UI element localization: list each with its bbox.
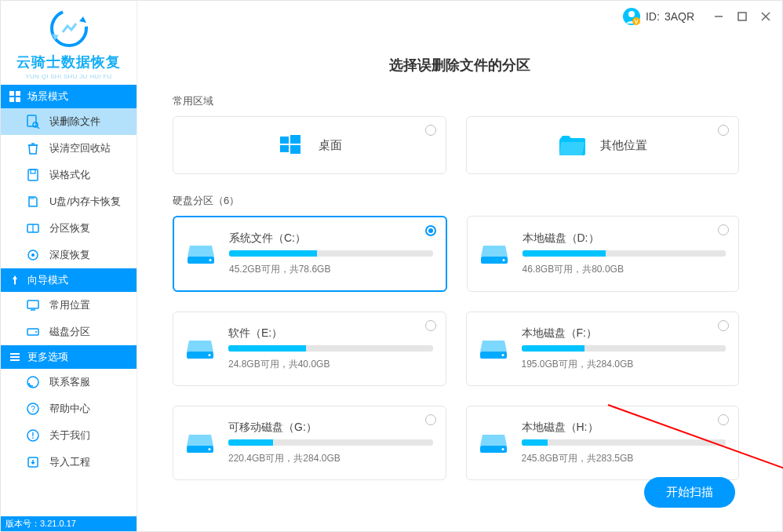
svg-rect-21 [27, 301, 38, 308]
disk-row: 可移动磁盘（G:） 220.4GB可用，共284.0GB 本地磁盘（H:） 24… [173, 406, 739, 480]
svg-point-53 [501, 354, 504, 356]
radio-indicator [425, 414, 436, 425]
sidebar-item-label: 关于我们 [49, 428, 90, 443]
disk-subtitle: 220.4GB可用，共284.0GB [228, 452, 433, 465]
pin-icon [9, 274, 21, 286]
card-other-location[interactable]: 其他位置 [466, 116, 740, 174]
radio-indicator [425, 225, 436, 236]
disk-row: 软件（E:） 24.8GB可用，共40.0GB 本地磁盘（F:） 195.0GB… [173, 312, 739, 386]
radio-indicator [425, 125, 436, 136]
svg-rect-42 [280, 137, 289, 144]
sidebar-item-contact-support[interactable]: 联系客服 [1, 369, 137, 395]
disk-title: 可移动磁盘（G:） [228, 421, 433, 435]
disk-title: 系统文件（C:） [229, 231, 433, 246]
svg-rect-43 [290, 135, 300, 144]
window-controls [710, 8, 774, 25]
disk-card[interactable]: 本地磁盘（F:） 195.0GB可用，共284.0GB [466, 312, 740, 386]
svg-point-47 [209, 259, 212, 261]
svg-point-24 [35, 331, 37, 333]
sidebar-item-label: 分区恢复 [49, 221, 90, 235]
sidebar-item-help-center[interactable]: ? 帮助中心 [1, 395, 137, 422]
drive-icon [479, 335, 508, 363]
disk-usage-bar [228, 345, 433, 352]
radio-indicator [718, 125, 729, 136]
sidebar-header-scene[interactable]: 场景模式 [1, 85, 137, 108]
sidebar-item-label: 磁盘分区 [49, 325, 90, 339]
svg-text:V: V [635, 19, 639, 24]
app-window: 云骑士数据恢复 YUN QI SHI SHU JU HUI FU 场景模式 误删… [0, 0, 783, 532]
sidebar-item-deleted-files[interactable]: 误删除文件 [1, 108, 137, 135]
svg-rect-4 [16, 91, 20, 96]
svg-rect-3 [9, 91, 14, 96]
svg-point-20 [31, 253, 35, 257]
sidebar-item-import-project[interactable]: 导入工程 [1, 449, 137, 476]
svg-rect-6 [16, 97, 20, 102]
disk-card[interactable]: 可移动磁盘（G:） 220.4GB可用，共284.0GB [173, 406, 446, 480]
sidebar-header-more-label: 更多选项 [27, 350, 68, 364]
version-bar: 版本号：3.21.0.17 [1, 516, 137, 531]
sidebar-header-more[interactable]: 更多选项 [1, 345, 137, 369]
card-desktop-label: 桌面 [319, 138, 342, 153]
disk-title: 本地磁盘（F:） [522, 326, 727, 341]
disk-section-label: 硬盘分区（6） [173, 194, 739, 208]
disk-usage-bar [523, 250, 727, 257]
disk-card[interactable]: 本地磁盘（H:） 245.8GB可用，共283.5GB [466, 406, 740, 480]
minimize-button[interactable] [710, 8, 727, 25]
minimize-icon [713, 11, 724, 22]
version-value: 3.21.0.17 [40, 519, 76, 528]
card-desktop[interactable]: 桌面 [173, 116, 446, 174]
sidebar-item-label: 导入工程 [49, 455, 90, 469]
maximize-icon [737, 11, 748, 22]
monitor-icon [26, 298, 40, 312]
sidebar-header-wizard-label: 向导模式 [27, 273, 68, 287]
maximize-button[interactable] [734, 8, 751, 25]
main-panel: V ID: 3AQR 选择误删除文件的分区 常用区域 [137, 1, 782, 531]
svg-rect-5 [9, 97, 14, 102]
disk-card[interactable]: 系统文件（C:） 45.2GB可用，共78.6GB [173, 216, 447, 292]
sidebar-item-label: 常用位置 [49, 298, 90, 312]
disk-card[interactable]: 本地磁盘（D:） 46.8GB可用，共80.0GB [467, 216, 740, 292]
sidebar-item-about[interactable]: ! 关于我们 [1, 422, 137, 449]
disk-card-body: 可移动磁盘（G:） 220.4GB可用，共284.0GB [228, 421, 433, 465]
import-icon [26, 455, 40, 469]
user-id-badge[interactable]: V ID: 3AQR [622, 7, 694, 26]
sidebar-item-format[interactable]: 误格式化 [1, 162, 137, 188]
sidebar-item-partition-recover[interactable]: 分区恢复 [1, 215, 137, 242]
disk-card[interactable]: 软件（E:） 24.8GB可用，共40.0GB [173, 312, 446, 386]
svg-text:?: ? [31, 405, 35, 414]
svg-point-55 [209, 448, 211, 450]
svg-point-57 [501, 448, 504, 450]
disk-card-body: 本地磁盘（F:） 195.0GB可用，共284.0GB [522, 326, 727, 371]
titlebar: V ID: 3AQR [137, 1, 782, 32]
card-other-label: 其他位置 [600, 138, 647, 153]
radio-indicator [718, 320, 729, 331]
sidebar-item-label: 误删除文件 [49, 115, 100, 129]
sidebar-item-disk-partition[interactable]: 磁盘分区 [1, 319, 137, 345]
sidebar-item-deep-recover[interactable]: 深度恢复 [1, 242, 137, 268]
disk-card-body: 系统文件（C:） 45.2GB可用，共78.6GB [229, 231, 433, 276]
disk-subtitle: 46.8GB可用，共80.0GB [523, 263, 727, 276]
logo-block: 云骑士数据恢复 YUN QI SHI SHU JU HUI FU [1, 1, 137, 85]
svg-point-35 [628, 11, 635, 17]
start-scan-button[interactable]: 开始扫描 [644, 477, 735, 508]
windows-icon [276, 131, 304, 159]
sidebar-item-common-location[interactable]: 常用位置 [1, 292, 137, 319]
sidebar-item-usb-recover[interactable]: U盘/内存卡恢复 [1, 188, 137, 215]
disk-usage-bar [228, 439, 433, 446]
sidebar-item-label: 误格式化 [49, 168, 90, 182]
svg-rect-44 [280, 145, 289, 152]
sidebar-item-label: 帮助中心 [49, 402, 90, 416]
sidebar-item-recycle-bin[interactable]: 误清空回收站 [1, 135, 137, 162]
close-button[interactable] [757, 8, 774, 25]
info-icon: ! [26, 428, 40, 443]
disk-title: 本地磁盘（H:） [522, 421, 727, 435]
disks-grid: 系统文件（C:） 45.2GB可用，共78.6GB 本地磁盘（D:） 46.8G… [173, 216, 739, 480]
sidebar-item-label: 深度恢复 [49, 248, 90, 262]
svg-text:!: ! [31, 432, 34, 440]
drive-icon [479, 429, 508, 457]
sidebar-item-label: 联系客服 [49, 375, 90, 389]
sidebar-header-wizard[interactable]: 向导模式 [1, 268, 137, 292]
sidebar-item-label: U盘/内存卡恢复 [49, 195, 121, 209]
drive-icon [186, 429, 214, 457]
disk-subtitle: 45.2GB可用，共78.6GB [229, 263, 433, 276]
